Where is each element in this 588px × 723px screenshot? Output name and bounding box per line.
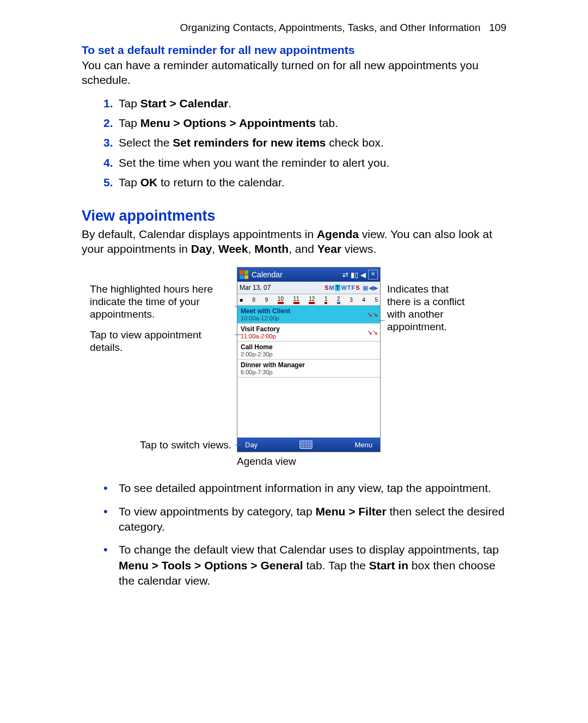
hour-label: 9 — [265, 297, 268, 303]
status-icons: ⇄ ▮▯ ◀ × — [342, 270, 378, 280]
dow-current: T — [335, 284, 341, 291]
appointment-item: Call Home 2:00p-2:30p — [237, 342, 380, 360]
dow: M — [329, 284, 334, 291]
next-day-icon: ▶ — [373, 284, 378, 291]
step-number: 3. — [103, 135, 119, 151]
hour-label: 4 — [362, 297, 365, 303]
subheading-default-reminder: To set a default reminder for all new ap… — [82, 44, 506, 57]
device-app-title: Calendar — [252, 270, 283, 279]
hour-label: 12 — [309, 296, 315, 304]
prev-day-icon: ◀ — [369, 284, 373, 291]
signal-icon: ▮▯ — [351, 271, 358, 279]
tip-text: To see detailed appointment information … — [119, 481, 506, 496]
step-number: 2. — [103, 115, 119, 131]
callout-highlighted-hours: The highlighted hours here indicate the … — [90, 283, 231, 320]
conflict-icon: ↘↘ — [367, 311, 378, 318]
appointment-time: 11:00a-2:00p — [241, 333, 377, 339]
step-number: 1. — [103, 95, 119, 112]
appointment-time: 6:00p-7:30p — [241, 369, 377, 375]
step-item: 1. Tap Start > Calendar. — [103, 95, 506, 112]
callout-view-details: Tap to view appointment details. — [90, 329, 231, 354]
callouts-right: Indicates that there is a conflict with … — [381, 267, 476, 452]
dow: S — [356, 284, 359, 291]
hour-label: 2 — [337, 296, 340, 304]
hour-label: 3 — [350, 297, 353, 303]
appointment-item: Visit Factory 11:00a-2:00p ↘↘ — [237, 324, 380, 342]
hour-label: 11 — [293, 296, 299, 304]
appointment-time: 10:00a-12:00p — [241, 315, 377, 321]
dow: F — [352, 284, 356, 291]
connector-line — [235, 445, 241, 445]
sync-icon: ⇄ — [342, 271, 348, 279]
step-text: Tap Start > Calendar. — [119, 95, 506, 112]
figure-agenda-view: The highlighted hours here indicate the … — [82, 267, 506, 452]
tip-text: To change the default view that Calendar… — [119, 542, 506, 588]
calendar-jump-icon: ▦ — [363, 284, 368, 291]
callouts-left: The highlighted hours here indicate the … — [82, 267, 237, 452]
device-date: Mar 13, 07 — [240, 284, 271, 291]
hour-label: 8 — [253, 297, 256, 303]
windows-flag-icon — [240, 270, 248, 279]
tip-item: To view appointments by category, tap Me… — [103, 504, 506, 535]
softkey-right: Menu — [354, 441, 372, 449]
callout-conflict: Indicates that there is a conflict with … — [387, 283, 474, 333]
dow: W — [341, 284, 346, 291]
intro-view-appointments: By default, Calendar displays appointmen… — [82, 227, 506, 257]
page: Organizing Contacts, Appointments, Tasks… — [0, 0, 588, 629]
tip-text: To view appointments by category, tap Me… — [119, 504, 506, 535]
figure-caption: Agenda view — [237, 455, 506, 467]
page-number: 109 — [489, 22, 506, 33]
appointment-title: Call Home — [241, 343, 377, 351]
running-header-title: Organizing Contacts, Appointments, Tasks… — [180, 22, 480, 33]
appointment-title: Dinner with Manager — [241, 361, 377, 369]
device-hour-ruler: ■ 8 9 10 11 12 1 2 3 4 5 — [237, 294, 380, 306]
dow: T — [347, 284, 351, 291]
step-item: 5. Tap OK to return to the calendar. — [103, 174, 506, 191]
dow: S — [324, 284, 328, 291]
volume-icon: ◀ — [360, 271, 366, 279]
hour-label: 1 — [324, 296, 328, 304]
appointment-item: Meet with Client 10:00a-12:00p ↘↘ — [237, 306, 380, 324]
tips-list: To see detailed appointment information … — [82, 481, 506, 588]
intro-default-reminder: You can have a reminder automatically tu… — [82, 58, 506, 88]
running-header: Organizing Contacts, Appointments, Tasks… — [82, 22, 506, 34]
device-softkey-bar: Day Menu — [237, 438, 380, 452]
tip-item: To change the default view that Calendar… — [103, 542, 506, 588]
heading-view-appointments: View appointments — [82, 208, 506, 224]
step-item: 4. Set the time when you want the remind… — [103, 155, 506, 171]
step-item: 2. Tap Menu > Options > Appointments tab… — [103, 115, 506, 131]
connector-line — [378, 320, 385, 321]
appointment-title: Meet with Client — [241, 307, 377, 315]
steps-list: 1. Tap Start > Calendar. 2. Tap Menu > O… — [82, 95, 506, 191]
appointment-title: Visit Factory — [241, 325, 377, 333]
step-text: Tap OK to return to the calendar. — [119, 174, 506, 191]
step-number: 4. — [103, 155, 119, 171]
conflict-icon: ↘↘ — [367, 329, 378, 336]
hour-label: 5 — [375, 297, 378, 303]
appointment-time: 2:00p-2:30p — [241, 351, 377, 357]
step-text: Set the time when you want the reminder … — [119, 155, 506, 171]
tip-item: To see detailed appointment information … — [103, 481, 506, 496]
device-screenshot: Calendar ⇄ ▮▯ ◀ × Mar 13, 07 S M T W T F — [237, 267, 381, 452]
keyboard-icon — [299, 440, 313, 449]
device-date-bar: Mar 13, 07 S M T W T F S ▦ ◀ ▶ — [237, 282, 380, 294]
step-text: Tap Menu > Options > Appointments tab. — [119, 115, 506, 131]
hour-label: 10 — [278, 296, 284, 304]
device-titlebar: Calendar ⇄ ▮▯ ◀ × — [237, 268, 380, 282]
softkey-left: Day — [245, 441, 258, 449]
step-item: 3. Select the Set reminders for new item… — [103, 135, 506, 151]
step-number: 5. — [103, 174, 119, 191]
close-icon: × — [368, 270, 378, 280]
callout-switch-views: Tap to switch views. — [90, 439, 231, 452]
device-empty-area — [237, 378, 380, 438]
step-text: Select the Set reminders for new items c… — [119, 135, 506, 151]
appointment-item: Dinner with Manager 6:00p-7:30p — [237, 360, 380, 378]
